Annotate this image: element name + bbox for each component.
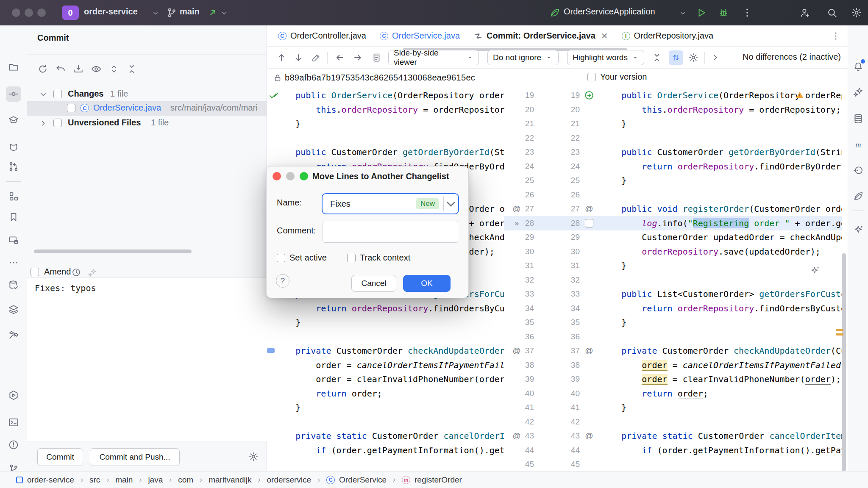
breadcrumb-main[interactable]: main (115, 475, 133, 485)
breadcrumb-registerorder[interactable]: mregisterOrder (402, 475, 462, 485)
commit-message-editor[interactable]: Fixes: typos (27, 277, 267, 441)
set-active-checkbox[interactable] (277, 254, 285, 262)
code-line-38[interactable]: order = cancelOrderItemsIfPaymentFaile (267, 358, 504, 372)
code-line-44[interactable]: if (order.getPaymentInformation().getP (267, 443, 504, 458)
tab-ordercontroller-java[interactable]: COrderController.java (271, 25, 373, 47)
chevron-right-icon[interactable] (711, 53, 720, 62)
learn-icon[interactable] (6, 112, 21, 128)
code-line-41[interactable]: } (267, 400, 504, 415)
viewer-mode-dropdown[interactable]: Side-by-side viewer (388, 50, 479, 65)
tab-commit-orderservice-java[interactable]: Commit: OrderService.java✕ (467, 25, 615, 47)
window-close-button[interactable] (12, 8, 20, 17)
amend-checkbox[interactable] (31, 268, 39, 276)
help-button[interactable]: ? (276, 274, 289, 288)
edit-pencil-icon[interactable] (311, 53, 321, 63)
breadcrumb-maritvandijk[interactable]: maritvandijk (209, 475, 251, 485)
code-line-40[interactable]: return order; (598, 386, 842, 401)
set-active-option[interactable]: Set active (277, 253, 327, 263)
code-line-19[interactable]: public OrderService(OrderRepository orde… (598, 88, 842, 103)
commit-options-gear-icon[interactable] (248, 452, 259, 462)
code-line-22[interactable] (598, 131, 842, 145)
code-line-22[interactable] (267, 131, 504, 145)
code-line-35[interactable]: } (598, 315, 842, 330)
highlight-mode-dropdown[interactable]: Highlight words (567, 50, 644, 65)
code-line-19[interactable]: public OrderService(OrderRepository orde… (267, 88, 504, 103)
code-line-38[interactable]: order = cancelOrderItemsIfPaymentFailed(… (598, 358, 842, 372)
chevron-down-icon[interactable] (444, 200, 458, 208)
vertical-scrollbar[interactable] (842, 253, 846, 471)
next-file-arrow-icon[interactable] (353, 53, 363, 63)
window-zoom-button[interactable] (37, 8, 46, 17)
run-button[interactable] (696, 7, 707, 18)
ai-sparkle-dot-icon[interactable] (810, 265, 821, 276)
code-line-23[interactable]: public CustomerOrder getOrderByOrderId(S… (267, 145, 504, 159)
more-actions-kebab-icon[interactable] (742, 7, 753, 18)
tab-orderservice-java[interactable]: COrderService.java (373, 25, 467, 47)
code-line-42[interactable] (598, 415, 842, 429)
code-line-34[interactable]: return orderRepository.findOrdersByCus (267, 301, 504, 316)
track-context-checkbox[interactable] (347, 254, 356, 262)
settings-gear-icon[interactable] (851, 7, 862, 18)
commit-and-push-button[interactable]: Commit and Push... (90, 448, 180, 466)
chevron-right-icon[interactable] (39, 119, 47, 128)
breadcrumb-src[interactable]: src (89, 475, 100, 485)
code-line-40[interactable]: return order; (267, 386, 504, 401)
bookmarks-icon[interactable] (6, 209, 21, 225)
code-line-35[interactable]: } (267, 315, 504, 330)
add-user-icon[interactable] (799, 7, 810, 18)
window-minimize-button[interactable] (25, 8, 33, 17)
run-configuration-selector[interactable]: OrderServiceApplication (564, 7, 655, 17)
code-line-30[interactable]: orderRepository.save(updatedOrder); (598, 244, 842, 259)
notifications-icon[interactable] (851, 59, 866, 74)
commit-button[interactable]: Commit (37, 448, 83, 466)
whitespace-ignore-dropdown[interactable]: Do not ignore (487, 50, 559, 65)
changed-files-list-icon[interactable] (371, 53, 381, 63)
pull-requests-icon[interactable] (6, 159, 21, 174)
code-line-28[interactable]: log.info("Registering order " + order.ge… (598, 216, 842, 230)
close-icon[interactable]: ✕ (601, 31, 608, 41)
code-line-39[interactable]: order = clearInvalidPhoneNumber(order); (598, 372, 842, 386)
database-console-icon[interactable] (6, 233, 21, 248)
code-line-43[interactable]: private static CustomerOrder cancelOrder… (598, 429, 842, 443)
code-line-33[interactable]: public List<CustomerOrder> getOrdersForC… (598, 287, 842, 301)
code-line-26[interactable] (598, 188, 842, 202)
changed-file-row[interactable]: C OrderService.java src/main/java/com/ma… (27, 101, 267, 116)
ai-generate-message-icon[interactable] (87, 267, 97, 277)
cancel-button[interactable]: Cancel (351, 275, 396, 292)
comment-input[interactable] (323, 221, 458, 243)
tab-orderrepository-java[interactable]: IOrderRepository.java (615, 25, 720, 47)
problems-icon[interactable] (6, 437, 21, 452)
code-line-36[interactable] (598, 330, 842, 344)
debug-button[interactable] (718, 7, 729, 18)
rollback-icon[interactable] (55, 64, 66, 75)
database-icon[interactable] (851, 111, 866, 126)
next-change-down-icon[interactable] (293, 53, 303, 63)
your-version-checkbox[interactable] (587, 73, 596, 81)
ok-button[interactable]: OK (403, 275, 451, 292)
chevron-down-icon[interactable] (152, 9, 159, 17)
override-icon[interactable] (583, 89, 595, 101)
code-line-31[interactable]: } (598, 258, 842, 273)
error-stripe-mark[interactable] (836, 329, 843, 331)
refresh-icon[interactable] (37, 64, 48, 75)
code-line-20[interactable]: this.orderRepository = orderRepository (267, 103, 504, 117)
code-line-37[interactable]: private CustomerOrder checkAndUpdateOrde… (598, 344, 842, 358)
branch-widget[interactable]: main (180, 7, 200, 17)
ai-assistant-icon[interactable] (851, 84, 866, 100)
dialog-minimize-button[interactable] (286, 172, 295, 180)
breadcrumb-orderservice[interactable]: COrderService (326, 475, 387, 485)
horizontal-scrollbar[interactable] (34, 250, 192, 253)
ai-chat-icon[interactable] (851, 222, 866, 238)
git-branch-icon[interactable] (166, 7, 177, 18)
code-line-36[interactable] (267, 330, 504, 344)
annotation-at-icon[interactable]: @ (583, 430, 595, 442)
collapse-all-icon[interactable] (126, 64, 137, 75)
collapse-unchanged-icon[interactable] (652, 53, 662, 63)
code-line-44[interactable]: if (order.getPaymentInformation().getPay… (598, 443, 842, 458)
code-line-23[interactable]: public CustomerOrder getOrderByOrderId(S… (598, 145, 842, 159)
services-icon[interactable] (6, 388, 21, 403)
previous-file-arrow-icon[interactable] (335, 53, 345, 63)
breadcrumb-orderservice[interactable]: orderservice (267, 475, 312, 485)
file-checkbox[interactable] (67, 104, 75, 112)
code-line-25[interactable]: } (598, 173, 842, 188)
